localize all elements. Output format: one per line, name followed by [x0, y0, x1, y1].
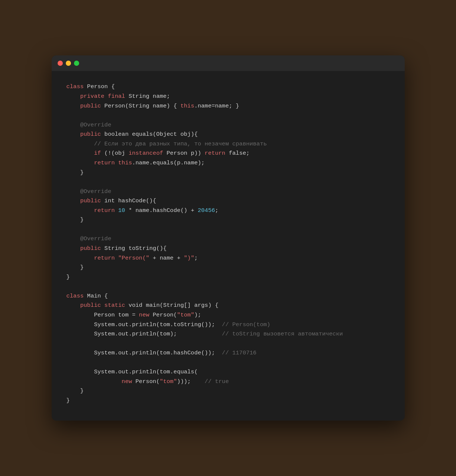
- close-button[interactable]: [58, 61, 63, 66]
- code-line: return 10 * name.hashCode() + 20456;: [67, 206, 390, 216]
- code-editor: class Person { private final String name…: [52, 71, 405, 420]
- code-line: if (!(obj instanceof Person p)) return f…: [67, 149, 390, 158]
- blank-line: [67, 282, 390, 292]
- code-line: }: [67, 396, 390, 406]
- class-main-line: class Main {: [67, 292, 390, 301]
- code-line: System.out.println(tom.toString()); // P…: [67, 320, 390, 330]
- code-line: class Person {: [67, 82, 390, 92]
- code-line: }: [67, 263, 390, 273]
- code-line: System.out.println(tom.hashCode()); // 1…: [67, 348, 390, 358]
- code-line: }: [67, 273, 390, 282]
- code-line: public String toString(){: [67, 244, 390, 254]
- code-line: public static void main(String[] args) {: [67, 301, 390, 311]
- code-line: private final String name;: [67, 92, 390, 102]
- code-line: return this.name.equals(p.name);: [67, 158, 390, 168]
- code-line: @Override: [67, 120, 390, 130]
- code-line: public boolean equals(Object obj){: [67, 130, 390, 139]
- code-line: @Override: [67, 234, 390, 244]
- maximize-button[interactable]: [74, 61, 79, 66]
- code-line: public Person(String name) { this.name=n…: [67, 102, 390, 111]
- code-line: }: [67, 168, 390, 178]
- code-line: return "Person(" + name + ")";: [67, 254, 390, 263]
- code-line: System.out.println(tom.equals(: [67, 367, 390, 377]
- code-line: }: [67, 386, 390, 396]
- titlebar: [52, 55, 405, 71]
- blank-line: [67, 177, 390, 187]
- blank-line: [67, 339, 390, 349]
- minimize-button[interactable]: [66, 61, 71, 66]
- blank-line: [67, 225, 390, 235]
- code-window: class Person { private final String name…: [52, 55, 405, 420]
- code-line: }: [67, 215, 390, 225]
- code-line: public int hashCode(){: [67, 196, 390, 206]
- code-line: new Person("tom"))); // true: [67, 377, 390, 387]
- code-line: System.out.println(tom); // toString выз…: [67, 329, 390, 339]
- code-line: // Если это два разных типа, то незачем …: [67, 139, 390, 149]
- blank-line: [67, 111, 390, 120]
- blank-line: [67, 358, 390, 368]
- code-line: Person tom = new Person("tom");: [67, 311, 390, 320]
- code-line: @Override: [67, 187, 390, 197]
